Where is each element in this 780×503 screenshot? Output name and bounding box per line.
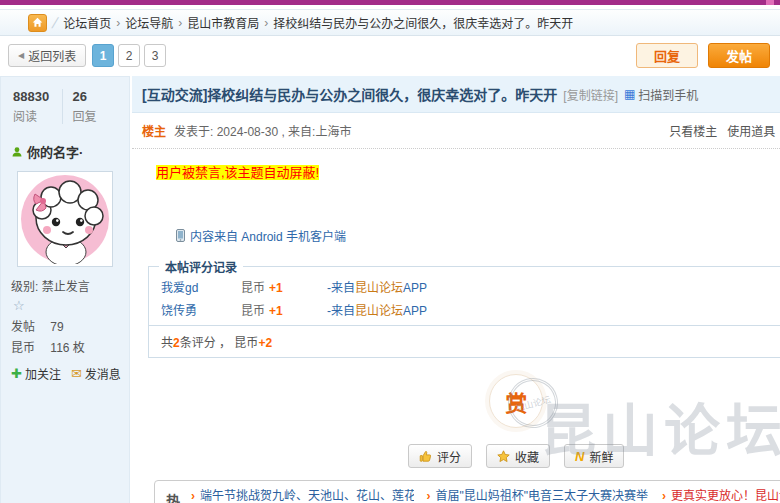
top-accent-bar — [0, 0, 780, 5]
thread-toolbar: ◀ 返回列表 1 2 3 回复 发帖 — [0, 36, 780, 74]
rating-user-link[interactable]: 饶传勇 — [161, 301, 241, 318]
summary-text: 条评分 ， 昆币 — [180, 336, 259, 350]
thread-stats: 88830 阅读 26 回复 — [9, 87, 121, 134]
reply-count: 26 — [73, 89, 122, 104]
summary-prefix: 共 — [161, 336, 173, 350]
banned-notice: 用户被禁言,该主题自动屏蔽! — [156, 165, 319, 180]
coin-amount: +1 — [269, 281, 283, 295]
favorite-button[interactable]: 收藏 — [486, 444, 550, 468]
posts-value: 79 — [50, 320, 63, 334]
copy-link-button[interactable]: [复制链接] — [563, 86, 618, 103]
rating-note-link[interactable]: -来自昆山论坛APP — [327, 301, 780, 318]
note-brand: 昆山论坛 — [355, 281, 403, 295]
breadcrumb-item-nav[interactable]: 论坛导航 — [125, 14, 173, 31]
back-to-list-button[interactable]: ◀ 返回列表 — [8, 44, 86, 67]
fresh-n-icon: N — [575, 449, 584, 464]
breadcrumb-item-thread: 择校纠结与民办与公办之间很久，很庆幸选对了。昨天开 — [273, 14, 573, 31]
page-button-2[interactable]: 2 — [118, 44, 140, 67]
note-brand: 昆山论坛 — [355, 304, 403, 318]
hot-column-3: 更真实更放心！昆山论坛婚恋平台上线 关注昆山论坛抖音官方号ksbbs爆料有奖 昆… — [656, 487, 780, 503]
post-panel: [互动交流]择校纠结与民办与公办之间很久，很庆幸选对了。昨天开 [复制链接] ▦… — [132, 76, 780, 503]
back-arrow-icon: ◀ — [18, 51, 24, 60]
fresh-button[interactable]: N 新鲜 — [564, 444, 624, 468]
scan-to-phone-link[interactable]: 扫描到手机 — [638, 86, 698, 103]
hot-recommendations: 热点推荐 端午节挑战贺九岭、天池山、花山、莲花 当代大学生一个月要多少钱才够花？… — [154, 480, 780, 503]
coins-value: 116 枚 — [50, 341, 84, 355]
breadcrumb-item-board[interactable]: 昆山市教育局 — [187, 14, 259, 31]
qr-code-icon[interactable]: ▦ — [624, 87, 635, 101]
posts-label: 发帖 — [11, 320, 35, 334]
breadcrumb-item-home[interactable]: 论坛首页 — [63, 14, 111, 31]
rating-row: 饶传勇 昆币+1 -来自昆山论坛APP 2024-09-10 — [149, 298, 780, 321]
follow-button[interactable]: ✚加关注 — [11, 365, 61, 382]
thread-title: [互动交流]择校纠结与民办与公办之间很久，很庆幸选对了。昨天开 — [142, 84, 557, 104]
note-suffix: APP — [403, 304, 427, 318]
page-button-3[interactable]: 3 — [144, 44, 166, 67]
back-to-list-label: 返回列表 — [28, 47, 76, 64]
post-content: 用户被禁言,该主题自动屏蔽! 内容来自 Android 手机客户端 — [132, 149, 780, 244]
breadcrumb-separator: › — [264, 16, 268, 30]
thumb-up-icon — [419, 450, 432, 463]
rating-record-title: 本帖评分记录 — [159, 258, 243, 275]
star-icon — [497, 450, 510, 463]
home-icon — [32, 17, 43, 28]
home-button[interactable] — [28, 14, 47, 32]
post-action-bar: 评分 收藏 N 新鲜 — [132, 444, 780, 468]
rating-user-link[interactable]: 我爱gd — [161, 278, 241, 295]
breadcrumb-separator: › — [116, 16, 120, 30]
top-bar-decoration — [766, 0, 774, 5]
hot-recommendations-label: 热点推荐 — [159, 487, 185, 503]
reply-count-label: 回复 — [73, 107, 122, 124]
hot-link[interactable]: 更真实更放心！昆山论坛婚恋平台上线 — [662, 487, 780, 503]
follow-label: 加关注 — [25, 365, 61, 382]
favorite-label: 收藏 — [515, 448, 539, 465]
message-label: 发消息 — [85, 365, 121, 382]
post-meta-row: 楼主 发表于: 2024-08-30 , 来自:上海市 只看楼主 使用道具 电梯… — [132, 113, 780, 149]
new-post-button[interactable]: 发帖 — [708, 43, 770, 68]
plus-icon: ✚ — [11, 366, 22, 381]
phone-icon — [176, 229, 185, 242]
hot-link[interactable]: 端午节挑战贺九岭、天池山、花山、莲花 — [191, 487, 414, 503]
summary-count: 2 — [173, 336, 180, 350]
only-author-link[interactable]: 只看楼主 — [669, 122, 717, 139]
reward-button[interactable]: 赏 — [489, 374, 543, 428]
author-sidebar: 88830 阅读 26 回复 你的名字· — [0, 76, 130, 503]
read-count-label: 阅读 — [13, 107, 62, 124]
rate-label: 评分 — [437, 448, 461, 465]
use-tool-link[interactable]: 使用道具 — [727, 122, 775, 139]
note-prefix: -来自 — [327, 281, 355, 295]
breadcrumb: / 论坛首页 › 论坛导航 › 昆山市教育局 › 择校纠结与民办与公办之间很久，… — [0, 9, 780, 36]
rating-summary: 共2条评分 ， 昆币+2 — [149, 325, 780, 357]
coin-label: 昆币 — [241, 304, 265, 318]
read-count: 88830 — [13, 89, 62, 104]
author-level: 级别: 禁止发言 — [9, 275, 121, 296]
rating-record-box: 本帖评分记录 我爱gd 昆币+1 -来自昆山论坛APP 2024-09-10 饶… — [148, 258, 780, 358]
page-button-1[interactable]: 1 — [92, 44, 114, 67]
hot-link[interactable]: 首届"昆山妈祖杯"电音三太子大赛决赛举 — [426, 487, 649, 503]
rating-note-link[interactable]: -来自昆山论坛APP — [327, 278, 780, 295]
send-message-button[interactable]: ✉发消息 — [71, 365, 121, 382]
summary-total: +2 — [258, 336, 272, 350]
envelope-icon: ✉ — [71, 366, 82, 381]
floor-badge: 楼主 — [142, 122, 166, 139]
pagination: 1 2 3 — [92, 44, 166, 67]
hot-column-2: 首届"昆山妈祖杯"电音三太子大赛决赛举 下雨叠加儿童节，金鹰的交通已瘫痪，堵 "… — [420, 487, 655, 503]
user-icon — [11, 146, 23, 158]
fresh-label: 新鲜 — [589, 448, 613, 465]
note-prefix: -来自 — [327, 304, 355, 318]
breadcrumb-separator: › — [178, 16, 182, 30]
breadcrumb-divider: / — [50, 14, 60, 31]
reply-button[interactable]: 回复 — [636, 43, 698, 68]
author-avatar[interactable] — [17, 171, 113, 267]
coin-amount: +1 — [269, 304, 283, 318]
rate-button[interactable]: 评分 — [408, 444, 472, 468]
coin-label: 昆币 — [241, 281, 265, 295]
client-source-link[interactable]: 内容来自 Android 手机客户端 — [190, 227, 346, 244]
hot-column-1: 端午节挑战贺九岭、天池山、花山、莲花 当代大学生一个月要多少钱才够花？说多 4套… — [185, 487, 420, 503]
author-username[interactable]: 你的名字· — [27, 142, 83, 161]
thread-title-bar: [互动交流]择校纠结与民办与公办之间很久，很庆幸选对了。昨天开 [复制链接] ▦… — [132, 76, 780, 113]
avatar-image — [20, 174, 110, 264]
rating-row: 我爱gd 昆币+1 -来自昆山论坛APP 2024-09-10 — [149, 275, 780, 298]
coins-label: 昆币 — [11, 341, 35, 355]
level-star-icon: ☆ — [11, 298, 25, 313]
